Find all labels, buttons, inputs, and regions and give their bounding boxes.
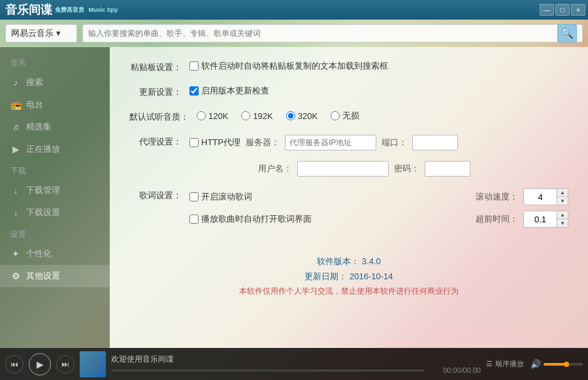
proxy-server-label: 服务器： [246,137,280,148]
time-display: 00:00/00:00 [429,366,481,374]
quality-120k-wrap[interactable]: 120K [197,111,228,121]
searchbar: 网易云音乐 ▾ 🔍 [0,20,588,47]
proxy-http-wrap[interactable]: HTTP代理 [189,137,240,148]
app-subtitle: 免费高音质 Music Spy [55,6,118,14]
titlebar-right: — □ × [540,4,588,16]
play-icon: ▶ [10,144,21,154]
advance-time-input-wrap: ▲ ▼ [523,211,568,228]
update-date-value: 2016-10-14 [350,271,393,281]
quality-label: 默认试听音质： [129,110,189,123]
clipboard-checkbox-wrap[interactable]: 软件启动时自动将粘贴板复制的文本加载到搜索框 [189,60,388,72]
search-input[interactable] [88,29,557,38]
playlist-button[interactable]: ☰ 顺序播放 [486,359,524,369]
proxy-pass-input[interactable] [425,161,470,177]
lyrics-auto-wrap[interactable]: 播放歌曲时自动打开歌词界面 [189,213,312,225]
advance-time-down-button[interactable]: ▼ [557,219,568,227]
version-value: 3.4.0 [362,256,381,266]
sidebar-download-manage-label: 下载管理 [26,184,60,196]
sidebar-item-radio[interactable]: 📻 电台 [0,94,110,116]
advance-time-spinners: ▲ ▼ [557,211,568,227]
advance-time-input[interactable] [524,211,557,227]
proxy-setting-row: 代理设置： HTTP代理 服务器： 端口： 用户名： 密码： [129,135,568,177]
play-mode-label: 顺序播放 [495,359,524,369]
quality-192k-radio[interactable] [241,111,250,120]
clipboard-setting-row: 粘贴板设置： 软件启动时自动将粘贴板复制的文本加载到搜索框 [129,60,568,73]
prev-button[interactable]: ⏮ [5,355,24,373]
proxy-port-label: 端口： [382,137,407,148]
scroll-speed-spinners: ▲ ▼ [557,189,568,205]
update-checkbox[interactable] [189,86,199,95]
quality-192k-wrap[interactable]: 192K [241,111,272,121]
scroll-speed-wrap: 滚动速度： ▲ ▼ [476,188,568,205]
version-info: 软件版本： 3.4.0 更新日期： 2016-10-14 本软件仅用作个人学习交… [129,254,568,298]
lyrics-auto-text: 播放歌曲时自动打开歌词界面 [201,213,312,225]
player-controls: ⏮ ▶ ⏭ [5,353,74,375]
quality-120k-radio[interactable] [197,111,206,120]
scroll-speed-label: 滚动速度： [476,191,518,203]
sidebar-item-curated[interactable]: ♬ 精选集 [0,116,110,138]
quality-content: 120K 192K 320K 无损 [197,110,568,122]
lyrics-scroll-wrap[interactable]: 开启滚动歌词 [189,191,252,203]
quality-320k-wrap[interactable]: 320K [286,111,318,121]
advance-time-up-button[interactable]: ▲ [557,211,568,219]
titlebar: 音乐间谍 免费高音质 Music Spy — □ × [0,0,588,20]
lyrics-auto-checkbox[interactable] [189,215,199,224]
next-button[interactable]: ⏭ [56,355,74,373]
sidebar-radio-label: 电台 [26,99,43,111]
lyrics-row-2: 播放歌曲时自动打开歌词界面 超前时间： ▲ ▼ [189,211,568,228]
volume-thumb [564,362,569,367]
search-button[interactable]: 🔍 [557,24,577,43]
update-label: 更新设置： [129,85,182,98]
quality-lossless-label: 无损 [342,110,359,122]
proxy-pass-label: 密码： [394,163,419,175]
playlist-icon: ☰ [486,360,493,368]
titlebar-left: 音乐间谍 免费高音质 Music Spy [0,2,118,18]
search-icon: ♪ [10,77,21,88]
download-icon: ↓ [10,185,21,196]
proxy-http-checkbox[interactable] [189,138,199,147]
search-input-wrap: 🔍 [82,24,583,43]
maximize-button[interactable]: □ [555,4,570,16]
proxy-row-1: HTTP代理 服务器： 端口： [189,135,458,150]
proxy-port-input[interactable] [412,135,458,150]
quality-lossless-wrap[interactable]: 无损 [331,110,359,122]
play-button[interactable]: ▶ [29,353,51,375]
volume-icon[interactable]: 🔊 [531,359,541,369]
sidebar-item-search[interactable]: ♪ 搜索 [0,71,110,94]
minimize-button[interactable]: — [540,4,554,16]
sidebar-item-download-settings[interactable]: ↓ 下载设置 [0,201,110,224]
scroll-speed-input[interactable] [524,189,557,205]
personalize-icon: ✦ [10,249,21,259]
advance-time-wrap: 超前时间： ▲ ▼ [476,211,568,228]
version-notice: 本软件仅用作个人学习交流，禁止使用本软件进行任何商业行为 [129,285,568,299]
content-area: 粘贴板设置： 软件启动时自动将粘贴板复制的文本加载到搜索框 更新设置： 启用版本… [110,47,588,348]
proxy-user-label: 用户名： [258,163,292,175]
scroll-speed-up-button[interactable]: ▲ [557,189,568,197]
quality-lossless-radio[interactable] [331,111,340,120]
sidebar-item-personalize[interactable]: ✦ 个性化 [0,243,110,265]
clipboard-checkbox[interactable] [189,61,199,71]
sidebar-item-download-manage[interactable]: ↓ 下载管理 [0,179,110,201]
quality-120k-label: 120K [208,111,228,121]
scroll-speed-down-button[interactable]: ▼ [557,197,568,205]
close-button[interactable]: × [571,4,585,16]
chevron-down-icon: ▾ [56,28,61,38]
volume-bar[interactable] [544,363,583,366]
update-checkbox-wrap[interactable]: 启用版本更新检查 [189,85,269,97]
update-date-line: 更新日期： 2016-10-14 [129,269,568,284]
platform-label: 网易云音乐 [11,27,54,39]
proxy-server-input[interactable] [285,135,376,150]
quality-320k-radio[interactable] [286,111,295,120]
platform-selector[interactable]: 网易云音乐 ▾ [5,24,77,43]
music-icon: ♬ [10,122,21,132]
sidebar-item-other-settings[interactable]: ⚙ 其他设置 [0,265,110,287]
sidebar-item-playing[interactable]: ▶ 正在播放 [0,138,110,160]
lyrics-scroll-checkbox[interactable] [189,192,199,201]
download-settings-icon: ↓ [10,207,21,218]
progress-bar[interactable] [111,370,425,371]
clipboard-label: 粘贴板设置： [129,60,182,73]
clipboard-content: 软件启动时自动将粘贴板复制的文本加载到搜索框 [189,60,568,72]
player-right: ☰ 顺序播放 🔊 [486,359,583,369]
gear-icon: ⚙ [10,271,21,281]
proxy-user-input[interactable] [297,161,389,177]
